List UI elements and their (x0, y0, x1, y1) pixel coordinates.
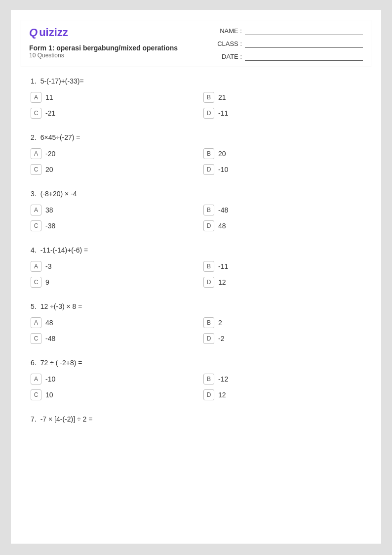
option-5a[interactable]: A 48 (31, 317, 194, 328)
option-value-5d: -2 (218, 335, 224, 342)
question-3-options: A 38 B -48 C -38 D 48 (26, 205, 366, 231)
date-field-row: DATE : (215, 52, 363, 61)
form-subtitle: 10 Questions (29, 52, 178, 59)
date-line (245, 52, 363, 61)
option-1d[interactable]: D -11 (203, 108, 366, 119)
option-value-6c: 10 (45, 391, 53, 399)
header-right: NAME : CLASS : DATE : (215, 26, 363, 61)
class-line (245, 39, 363, 48)
question-1-number: 1. (31, 77, 37, 85)
option-letter-5c: C (31, 333, 41, 344)
option-4c[interactable]: C 9 (31, 277, 194, 288)
name-line (245, 26, 363, 35)
question-5-number: 5. (31, 302, 37, 310)
question-6-options: A -10 B -12 C 10 D 12 (26, 374, 366, 400)
question-4: 4.-11-(-14)+(-6) = A -3 B -11 C 9 D 12 (26, 246, 366, 288)
question-5-text: 5.12 ÷(-3) × 8 = (26, 302, 366, 310)
logo-q: Q (29, 26, 38, 39)
option-value-5a: 48 (45, 319, 53, 327)
question-2-text: 2.6×45÷(-27) = (26, 133, 366, 141)
question-7: 7.-7 × [4-(-2)] ÷ 2 = (26, 415, 366, 423)
option-4a[interactable]: A -3 (31, 261, 194, 272)
question-5: 5.12 ÷(-3) × 8 = A 48 B 2 C -48 D -2 (26, 302, 366, 344)
option-3a[interactable]: A 38 (31, 205, 194, 215)
option-2d[interactable]: D -10 (203, 164, 366, 175)
question-4-options: A -3 B -11 C 9 D 12 (26, 261, 366, 288)
option-letter-3c: C (31, 220, 41, 231)
logo-uizizz: uizizz (39, 26, 68, 39)
option-1b[interactable]: B 21 (203, 92, 366, 103)
question-1-options: A 11 B 21 C -21 D -11 (26, 92, 366, 119)
option-value-1d: -11 (218, 109, 228, 117)
option-5c[interactable]: C -48 (31, 333, 194, 344)
option-letter-3a: A (31, 205, 41, 215)
option-1a[interactable]: A 11 (31, 92, 194, 103)
option-letter-4d: D (203, 277, 214, 288)
option-letter-6d: D (203, 389, 214, 400)
questions-section: 1.5-(-17)+(-33)= A 11 B 21 C -21 D -11 (11, 72, 381, 448)
date-label: DATE : (215, 53, 242, 60)
option-value-3d: 48 (218, 222, 226, 230)
option-6c[interactable]: C 10 (31, 389, 194, 400)
form-title: Form 1: operasi bergabung/mixed operatio… (29, 44, 178, 52)
option-value-1b: 21 (218, 93, 226, 101)
question-2-options: A -20 B 20 C 20 D -10 (26, 148, 366, 175)
option-letter-2a: A (31, 148, 41, 159)
header-left: Quizizz Form 1: operasi bergabung/mixed … (29, 26, 178, 59)
option-letter-1b: B (203, 92, 214, 103)
question-4-number: 4. (31, 246, 37, 254)
option-letter-5d: D (203, 333, 214, 344)
name-field-row: NAME : (215, 26, 363, 35)
option-letter-6b: B (203, 374, 214, 384)
option-letter-3b: B (203, 205, 214, 215)
option-5b[interactable]: B 2 (203, 317, 366, 328)
question-6-text: 6.72 ÷ ( -2+8) = (26, 359, 366, 367)
option-6d[interactable]: D 12 (203, 389, 366, 400)
option-2c[interactable]: C 20 (31, 164, 194, 175)
option-value-3c: -38 (45, 222, 55, 230)
option-value-6d: 12 (218, 391, 226, 399)
option-letter-1a: A (31, 92, 41, 103)
question-2-number: 2. (31, 133, 37, 141)
option-letter-6a: A (31, 374, 41, 384)
option-1c[interactable]: C -21 (31, 108, 194, 119)
option-value-2b: 20 (218, 150, 226, 158)
header: Quizizz Form 1: operasi bergabung/mixed … (21, 20, 371, 67)
option-5d[interactable]: D -2 (203, 333, 366, 344)
option-3c[interactable]: C -38 (31, 220, 194, 231)
option-letter-1c: C (31, 108, 41, 119)
option-value-2c: 20 (45, 166, 53, 173)
option-value-5c: -48 (45, 335, 55, 342)
option-2a[interactable]: A -20 (31, 148, 194, 159)
option-3d[interactable]: D 48 (203, 220, 366, 231)
option-letter-5b: B (203, 317, 214, 328)
question-3-number: 3. (31, 190, 37, 198)
option-value-4c: 9 (45, 278, 49, 286)
option-letter-2d: D (203, 164, 214, 175)
option-2b[interactable]: B 20 (203, 148, 366, 159)
option-value-2d: -10 (218, 166, 228, 173)
option-letter-1d: D (203, 108, 214, 119)
question-7-number: 7. (31, 415, 37, 423)
option-value-4d: 12 (218, 278, 226, 286)
question-6-number: 6. (31, 359, 37, 367)
question-4-text: 4.-11-(-14)+(-6) = (26, 246, 366, 254)
question-3: 3.(-8+20) × -4 A 38 B -48 C -38 D 48 (26, 190, 366, 231)
question-3-text: 3.(-8+20) × -4 (26, 190, 366, 198)
option-6a[interactable]: A -10 (31, 374, 194, 384)
option-letter-4c: C (31, 277, 41, 288)
option-letter-3d: D (203, 220, 214, 231)
option-4b[interactable]: B -11 (203, 261, 366, 272)
option-letter-2c: C (31, 164, 41, 175)
class-field-row: CLASS : (215, 39, 363, 48)
option-value-1a: 11 (45, 93, 53, 101)
option-3b[interactable]: B -48 (203, 205, 366, 215)
option-6b[interactable]: B -12 (203, 374, 366, 384)
option-value-6b: -12 (218, 375, 228, 383)
option-letter-4b: B (203, 261, 214, 272)
option-4d[interactable]: D 12 (203, 277, 366, 288)
option-letter-4a: A (31, 261, 41, 272)
option-value-4a: -3 (45, 262, 51, 270)
question-2: 2.6×45÷(-27) = A -20 B 20 C 20 D -10 (26, 133, 366, 175)
question-5-options: A 48 B 2 C -48 D -2 (26, 317, 366, 344)
